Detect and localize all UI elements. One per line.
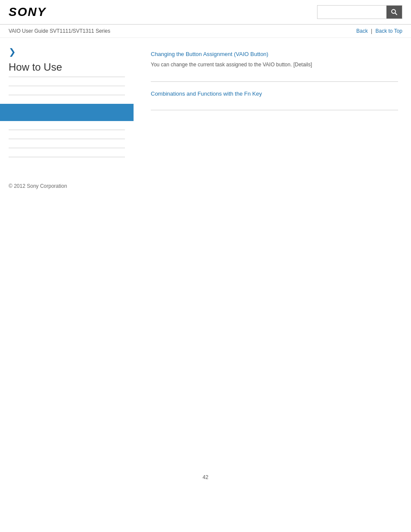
subheader: VAIO User Guide SVT1111/SVT1311 Series B…	[0, 25, 411, 38]
vaio-button-description: You can change the current task assigned…	[151, 61, 398, 68]
fn-key-link[interactable]: Combinations and Functions with the Fn K…	[151, 90, 398, 97]
nav-separator: |	[371, 28, 374, 34]
sidebar-active-item[interactable]	[0, 104, 134, 121]
vaio-button-link[interactable]: Changing the Button Assignment (VAIO But…	[151, 51, 398, 57]
sidebar: ❯ How to Use	[0, 38, 134, 174]
sony-logo: SONY	[9, 5, 46, 19]
content-section-2: Combinations and Functions with the Fn K…	[151, 90, 398, 97]
main-content: ❯ How to Use Changing the Button Assignm…	[0, 38, 411, 174]
copyright-text: © 2012 Sony Corporation	[9, 183, 67, 189]
page-number: 42	[0, 466, 411, 489]
sidebar-divider-4	[9, 139, 125, 139]
content-section-1: Changing the Button Assignment (VAIO But…	[151, 51, 398, 68]
nav-links: Back | Back to Top	[356, 28, 402, 34]
sidebar-divider-3	[9, 130, 125, 130]
guide-title: VAIO User Guide SVT1111/SVT1311 Series	[9, 28, 110, 34]
sidebar-divider-2	[9, 95, 125, 95]
sidebar-divider-1	[9, 86, 125, 86]
search-icon	[391, 9, 398, 16]
content-divider-1	[151, 81, 398, 82]
search-input[interactable]	[318, 6, 386, 19]
sidebar-arrow[interactable]: ❯	[9, 47, 125, 57]
svg-line-1	[395, 13, 397, 15]
content-divider-2	[151, 110, 398, 110]
sidebar-heading: How to Use	[9, 61, 125, 77]
search-button[interactable]	[386, 6, 402, 19]
back-to-top-link[interactable]: Back to Top	[376, 28, 402, 34]
sidebar-divider-6	[9, 157, 125, 157]
sidebar-divider-5	[9, 148, 125, 148]
header: SONY	[0, 0, 411, 25]
footer: © 2012 Sony Corporation	[0, 174, 411, 198]
back-link[interactable]: Back	[356, 28, 368, 34]
content-area: Changing the Button Assignment (VAIO But…	[134, 38, 411, 174]
search-box	[317, 5, 402, 19]
